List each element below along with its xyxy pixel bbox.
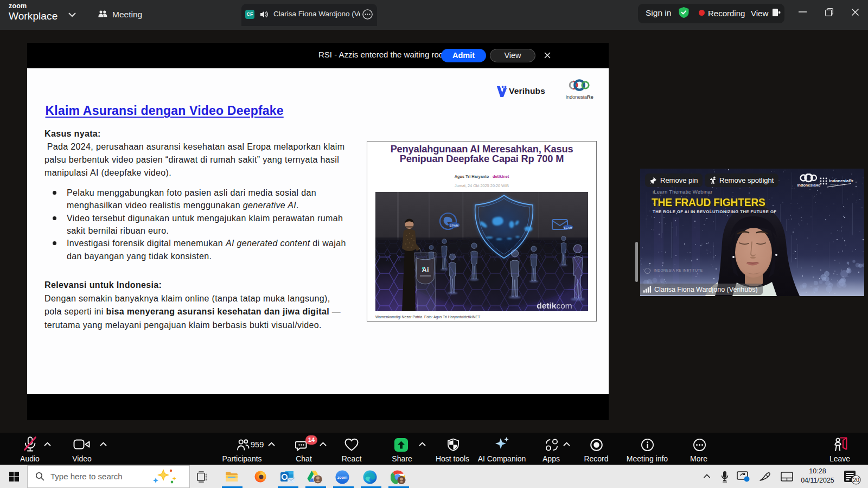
svg-text:detikcom: detikcom bbox=[537, 301, 572, 310]
svg-text:IndonesiaRe: IndonesiaRe bbox=[829, 178, 853, 183]
svg-text:zoom: zoom bbox=[337, 476, 347, 479]
svg-text:20: 20 bbox=[853, 477, 859, 483]
svg-text:SPAM: SPAM bbox=[450, 224, 458, 227]
svg-text:Ai: Ai bbox=[422, 266, 429, 274]
svg-text:SCAM: SCAM bbox=[564, 226, 572, 229]
svg-text:IndonesiaRe: IndonesiaRe bbox=[797, 183, 821, 188]
